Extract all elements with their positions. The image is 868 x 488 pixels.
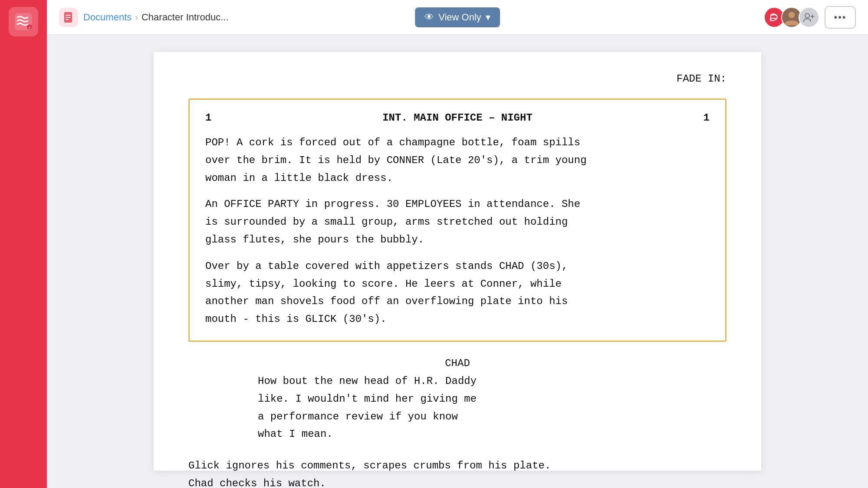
header-right: •••	[764, 6, 856, 29]
more-options-button[interactable]: •••	[825, 6, 856, 29]
document-icon	[62, 11, 75, 23]
chevron-down-icon: ▾	[486, 12, 490, 23]
scene-number-left: 1	[205, 112, 211, 124]
svg-text:+: +	[29, 26, 31, 30]
svg-point-8	[789, 12, 795, 18]
action-text-1: Glick ignores his comments, scrapes crum…	[188, 457, 727, 488]
view-only-button[interactable]: 👁 View Only ▾	[415, 7, 500, 27]
script-document: FADE IN: 1 INT. MAIN OFFICE – NIGHT 1 PO…	[154, 52, 761, 471]
document-icon-container	[59, 8, 78, 27]
avatar-add-users[interactable]	[799, 7, 819, 28]
avatar-icon-1	[767, 10, 781, 24]
svg-rect-6	[66, 19, 69, 20]
logo-icon: +	[14, 12, 33, 31]
main-area: Documents › Character Introduc... 👁 View…	[47, 0, 868, 488]
dialogue-text-1: How bout the new head of H.R. Daddylike.…	[188, 373, 727, 443]
dialogue-block-1: CHAD How bout the new head of H.R. Daddy…	[188, 357, 727, 443]
view-only-label: View Only	[438, 12, 481, 23]
header-left: Documents › Character Introduc...	[59, 8, 764, 27]
eye-icon: 👁	[424, 12, 434, 23]
scene-paragraph-3: Over by a table covered with appetizers …	[205, 258, 710, 328]
breadcrumb-separator: ›	[135, 12, 138, 22]
svg-point-9	[805, 13, 809, 18]
avatar-group	[764, 7, 819, 28]
svg-rect-5	[66, 17, 71, 18]
scene-paragraph-1: POP! A cork is forced out of a champagne…	[205, 134, 710, 187]
character-name-1: CHAD	[188, 357, 727, 369]
scene-heading-text: INT. MAIN OFFICE – NIGHT	[382, 112, 533, 124]
sidebar: +	[0, 0, 47, 488]
breadcrumb-parent[interactable]: Documents	[83, 12, 132, 23]
breadcrumb-current: Character Introduc...	[141, 12, 229, 23]
add-users-icon	[803, 11, 815, 23]
breadcrumb: Documents › Character Introduc...	[83, 12, 229, 23]
scene-number-right: 1	[704, 112, 710, 124]
script-content: FADE IN: 1 INT. MAIN OFFICE – NIGHT 1 PO…	[47, 35, 868, 488]
scene-heading-1: 1 INT. MAIN OFFICE – NIGHT 1	[205, 112, 710, 124]
svg-rect-4	[66, 15, 71, 16]
header: Documents › Character Introduc... 👁 View…	[47, 0, 868, 35]
app-logo[interactable]: +	[9, 7, 38, 36]
scene-block-1: 1 INT. MAIN OFFICE – NIGHT 1 POP! A cork…	[188, 98, 727, 342]
fade-in-text: FADE IN:	[188, 73, 727, 85]
scene-paragraph-2: An OFFICE PARTY in progress. 30 EMPLOYEE…	[205, 196, 710, 249]
